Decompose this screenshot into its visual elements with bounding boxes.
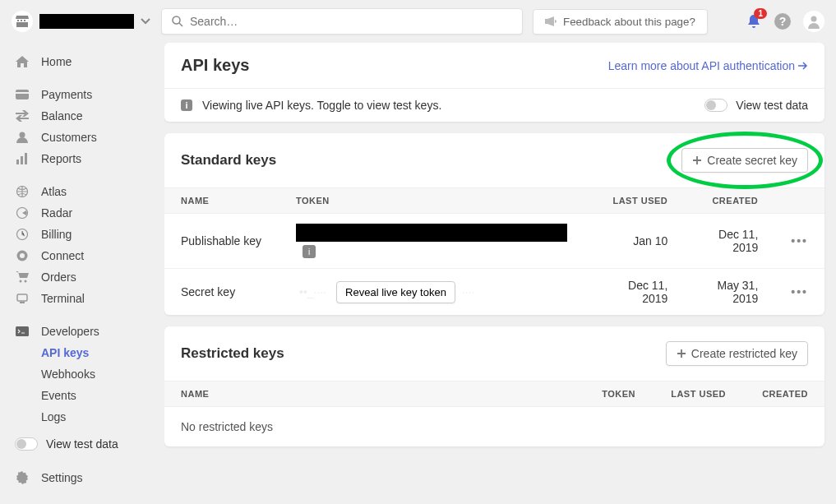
col-last-used: LAST USED — [652, 381, 742, 407]
sidebar-item-reports[interactable]: Reports — [0, 148, 164, 169]
sidebar-item-settings[interactable]: Settings — [0, 467, 164, 488]
sidebar-item-home[interactable]: Home — [0, 51, 164, 72]
sidebar-item-label: API keys — [41, 346, 89, 359]
standard-keys-card: Standard keys Create secret key NAME TOK… — [164, 133, 824, 315]
sidebar-item-payments[interactable]: Payments — [0, 84, 164, 105]
plus-icon — [692, 155, 702, 165]
sidebar-item-connect[interactable]: Connect — [0, 245, 164, 266]
row-actions-menu[interactable]: ••• — [791, 285, 808, 298]
create-restricted-key-button[interactable]: Create restricted key — [666, 341, 808, 366]
sidebar-item-billing[interactable]: Billing — [0, 224, 164, 245]
banner-test-toggle[interactable]: View test data — [704, 99, 808, 112]
col-name: NAME — [164, 381, 578, 407]
user-avatar[interactable] — [803, 11, 824, 32]
sidebar-item-label: Billing — [41, 228, 72, 241]
sidebar-item-webhooks[interactable]: Webhooks — [0, 363, 164, 385]
empty-message: No restricted keys — [164, 407, 824, 446]
sidebar-item-label: Terminal — [41, 292, 85, 305]
globe-icon — [15, 186, 30, 197]
sidebar-item-balance[interactable]: Balance — [0, 105, 164, 127]
gear-icon — [15, 471, 30, 484]
learn-more-link[interactable]: Learn more about API authentication — [608, 59, 808, 72]
notifications-button[interactable]: 1 — [746, 13, 762, 30]
svg-text:?: ? — [779, 15, 787, 28]
col-created: CREATED — [742, 381, 824, 407]
svg-rect-8 — [21, 156, 23, 164]
svg-rect-5 — [16, 92, 29, 94]
svg-point-15 — [20, 280, 22, 283]
chevron-down-icon — [141, 18, 150, 25]
sidebar-item-api-keys[interactable]: API keys — [0, 342, 164, 363]
svg-rect-18 — [20, 302, 25, 303]
main-content: API keys Learn more about API authentica… — [164, 43, 836, 504]
svg-rect-19 — [16, 326, 29, 336]
svg-point-16 — [25, 280, 27, 283]
sidebar-item-developers[interactable]: Developers — [0, 321, 164, 342]
highlight-annotation: Create secret key — [681, 148, 808, 173]
feedback-button[interactable]: Feedback about this page? — [533, 9, 708, 35]
banner-text: Viewing live API keys. Toggle to view te… — [202, 99, 441, 112]
sidebar-item-label: Events — [41, 389, 76, 402]
card-icon — [15, 90, 30, 99]
key-created: Dec 11, 2019 — [684, 214, 774, 269]
row-actions-menu[interactable]: ••• — [791, 234, 808, 247]
key-token-cell: ••_···· Reveal live key token ···· — [279, 269, 594, 316]
create-secret-key-button[interactable]: Create secret key — [681, 148, 808, 173]
svg-point-14 — [20, 253, 25, 258]
svg-point-3 — [811, 16, 817, 22]
org-switcher[interactable] — [12, 11, 151, 32]
sidebar-item-radar[interactable]: Radar — [0, 202, 164, 224]
sidebar-item-label: Settings — [41, 471, 83, 484]
page-header-card: API keys Learn more about API authentica… — [164, 43, 824, 122]
feedback-label: Feedback about this page? — [563, 16, 695, 28]
sidebar-item-label: Customers — [41, 131, 97, 144]
info-icon[interactable]: i — [303, 245, 316, 258]
key-name: Secret key — [164, 269, 279, 316]
faded-placeholder: ···· — [462, 285, 475, 298]
search-input[interactable] — [190, 15, 512, 28]
sidebar-item-customers[interactable]: Customers — [0, 127, 164, 148]
sidebar-item-logs[interactable]: Logs — [0, 406, 164, 428]
col-last-used: LAST USED — [594, 188, 684, 214]
col-token: TOKEN — [578, 381, 652, 407]
megaphone-icon — [545, 16, 557, 26]
topbar-actions: 1 ? — [746, 11, 824, 32]
terminal-icon — [15, 293, 30, 304]
chart-icon — [15, 153, 30, 164]
faded-placeholder: ••_···· — [299, 285, 326, 298]
svg-rect-9 — [25, 153, 27, 164]
token-redacted[interactable] — [296, 224, 567, 242]
toggle-switch[interactable] — [704, 99, 727, 112]
toggle-switch[interactable] — [15, 437, 38, 451]
search-box[interactable] — [161, 8, 523, 35]
col-token: TOKEN — [279, 188, 594, 214]
notification-badge: 1 — [754, 8, 767, 19]
toggle-label: View test data — [46, 437, 118, 451]
help-button[interactable]: ? — [774, 12, 792, 30]
page-title: API keys — [181, 56, 249, 75]
sidebar-test-toggle[interactable]: View test data — [0, 432, 164, 455]
home-icon — [15, 56, 30, 67]
button-label: Create secret key — [707, 154, 797, 167]
sidebar-item-terminal[interactable]: Terminal — [0, 288, 164, 309]
sidebar-item-label: Home — [41, 55, 72, 68]
sidebar-item-orders[interactable]: Orders — [0, 266, 164, 288]
section-title: Standard keys — [181, 152, 276, 169]
svg-rect-7 — [16, 160, 19, 164]
reveal-token-button[interactable]: Reveal live key token — [336, 281, 455, 303]
table-row: Secret key ••_···· Reveal live key token… — [164, 269, 824, 316]
learn-more-label: Learn more about API authentication — [608, 59, 795, 72]
svg-rect-17 — [17, 294, 27, 301]
sidebar-item-label: Payments — [41, 88, 92, 101]
sidebar-item-label: Balance — [41, 109, 83, 123]
sidebar-item-label: Developers — [41, 325, 99, 338]
sidebar-item-events[interactable]: Events — [0, 385, 164, 406]
sidebar-item-atlas[interactable]: Atlas — [0, 181, 164, 202]
topbar: Feedback about this page? 1 ? — [0, 0, 836, 43]
plus-icon — [677, 349, 686, 358]
button-label: Create restricted key — [691, 347, 797, 360]
col-name: NAME — [164, 188, 279, 214]
person-icon — [15, 132, 30, 143]
sidebar-item-label: Connect — [41, 249, 84, 262]
connect-icon — [15, 250, 30, 261]
